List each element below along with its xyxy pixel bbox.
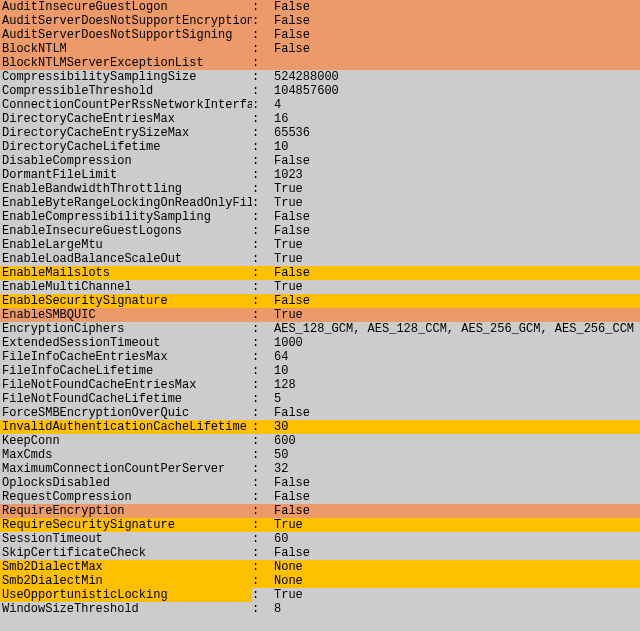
config-row: OplocksDisabled: False xyxy=(0,476,640,490)
config-value: None xyxy=(274,574,640,588)
colon-separator: : xyxy=(252,294,274,308)
config-row: RequireSecuritySignature: True xyxy=(0,518,640,532)
config-key: EnableMultiChannel xyxy=(0,280,252,294)
colon-separator: : xyxy=(252,588,274,602)
config-value: 5 xyxy=(274,392,640,406)
colon-separator: : xyxy=(252,14,274,28)
config-key: KeepConn xyxy=(0,434,252,448)
config-row: FileNotFoundCacheEntriesMax: 128 xyxy=(0,378,640,392)
config-row: AuditServerDoesNotSupportEncryption: Fal… xyxy=(0,14,640,28)
config-key: Smb2DialectMax xyxy=(0,560,252,574)
config-value: True xyxy=(274,518,640,532)
config-key: SkipCertificateCheck xyxy=(0,546,252,560)
config-key: DirectoryCacheLifetime xyxy=(0,140,252,154)
config-key: SessionTimeout xyxy=(0,532,252,546)
config-row: EnableCompressibilitySampling: False xyxy=(0,210,640,224)
config-value: True xyxy=(274,588,640,602)
config-row: SkipCertificateCheck: False xyxy=(0,546,640,560)
config-value: False xyxy=(274,224,640,238)
colon-separator: : xyxy=(252,210,274,224)
config-row: DirectoryCacheLifetime: 10 xyxy=(0,140,640,154)
config-value: False xyxy=(274,294,640,308)
config-value: 10 xyxy=(274,364,640,378)
config-row: EnableBandwidthThrottling: True xyxy=(0,182,640,196)
colon-separator: : xyxy=(252,406,274,420)
config-row: DirectoryCacheEntriesMax: 16 xyxy=(0,112,640,126)
config-row: ForceSMBEncryptionOverQuic: False xyxy=(0,406,640,420)
colon-separator: : xyxy=(252,196,274,210)
config-value: False xyxy=(274,476,640,490)
config-value: False xyxy=(274,490,640,504)
config-key: EnableBandwidthThrottling xyxy=(0,182,252,196)
colon-separator: : xyxy=(252,70,274,84)
config-row: AuditServerDoesNotSupportSigning: False xyxy=(0,28,640,42)
config-key: ConnectionCountPerRssNetworkInterface xyxy=(0,98,252,112)
colon-separator: : xyxy=(252,280,274,294)
config-row: DisableCompression: False xyxy=(0,154,640,168)
colon-separator: : xyxy=(252,98,274,112)
config-row: WindowSizeThreshold: 8 xyxy=(0,602,640,616)
config-value: None xyxy=(274,560,640,574)
colon-separator: : xyxy=(252,182,274,196)
config-key: EnableInsecureGuestLogons xyxy=(0,224,252,238)
colon-separator: : xyxy=(252,266,274,280)
config-row: EnableLoadBalanceScaleOut: True xyxy=(0,252,640,266)
config-row: EnableSecuritySignature: False xyxy=(0,294,640,308)
config-row: MaxCmds: 50 xyxy=(0,448,640,462)
config-value: 60 xyxy=(274,532,640,546)
config-row: RequestCompression: False xyxy=(0,490,640,504)
config-row: InvalidAuthenticationCacheLifetime: 30 xyxy=(0,420,640,434)
config-key: FileNotFoundCacheLifetime xyxy=(0,392,252,406)
bottom-separator xyxy=(0,616,640,631)
colon-separator: : xyxy=(252,308,274,322)
colon-separator: : xyxy=(252,168,274,182)
config-row: BlockNTLMServerExceptionList: xyxy=(0,56,640,70)
config-key: EnableByteRangeLockingOnReadOnlyFiles xyxy=(0,196,252,210)
config-value: 30 xyxy=(274,420,640,434)
config-value: 16 xyxy=(274,112,640,126)
colon-separator: : xyxy=(252,532,274,546)
colon-separator: : xyxy=(252,364,274,378)
config-value: True xyxy=(274,252,640,266)
colon-separator: : xyxy=(252,490,274,504)
config-key: CompressibilitySamplingSize xyxy=(0,70,252,84)
config-key: EncryptionCiphers xyxy=(0,322,252,336)
config-row: Smb2DialectMax: None xyxy=(0,560,640,574)
config-value: True xyxy=(274,308,640,322)
colon-separator: : xyxy=(252,224,274,238)
config-row: EncryptionCiphers: AES_128_GCM, AES_128_… xyxy=(0,322,640,336)
config-value: 65536 xyxy=(274,126,640,140)
config-value: False xyxy=(274,210,640,224)
config-row: EnableSMBQUIC: True xyxy=(0,308,640,322)
config-row: ExtendedSessionTimeout: 1000 xyxy=(0,336,640,350)
colon-separator: : xyxy=(252,504,274,518)
config-row: CompressibleThreshold: 104857600 xyxy=(0,84,640,98)
config-key: OplocksDisabled xyxy=(0,476,252,490)
config-value: 104857600 xyxy=(274,84,640,98)
config-key: InvalidAuthenticationCacheLifetime xyxy=(0,420,252,434)
config-value: 1000 xyxy=(274,336,640,350)
config-row: SessionTimeout: 60 xyxy=(0,532,640,546)
config-key: RequireEncryption xyxy=(0,504,252,518)
config-value: 128 xyxy=(274,378,640,392)
config-row: MaximumConnectionCountPerServer: 32 xyxy=(0,462,640,476)
config-value: 4 xyxy=(274,98,640,112)
config-key: MaximumConnectionCountPerServer xyxy=(0,462,252,476)
config-value: False xyxy=(274,14,640,28)
colon-separator: : xyxy=(252,112,274,126)
colon-separator: : xyxy=(252,574,274,588)
config-value: False xyxy=(274,546,640,560)
config-key: EnableSMBQUIC xyxy=(0,308,252,322)
config-value: 64 xyxy=(274,350,640,364)
config-value: False xyxy=(274,504,640,518)
config-value: 600 xyxy=(274,434,640,448)
config-value: False xyxy=(274,266,640,280)
config-key: DisableCompression xyxy=(0,154,252,168)
colon-separator: : xyxy=(252,420,274,434)
config-value xyxy=(274,56,640,70)
config-key: ExtendedSessionTimeout xyxy=(0,336,252,350)
config-value: False xyxy=(274,0,640,14)
config-value: True xyxy=(274,238,640,252)
config-row: UseOpportunisticLocking: True xyxy=(0,588,640,602)
colon-separator: : xyxy=(252,560,274,574)
